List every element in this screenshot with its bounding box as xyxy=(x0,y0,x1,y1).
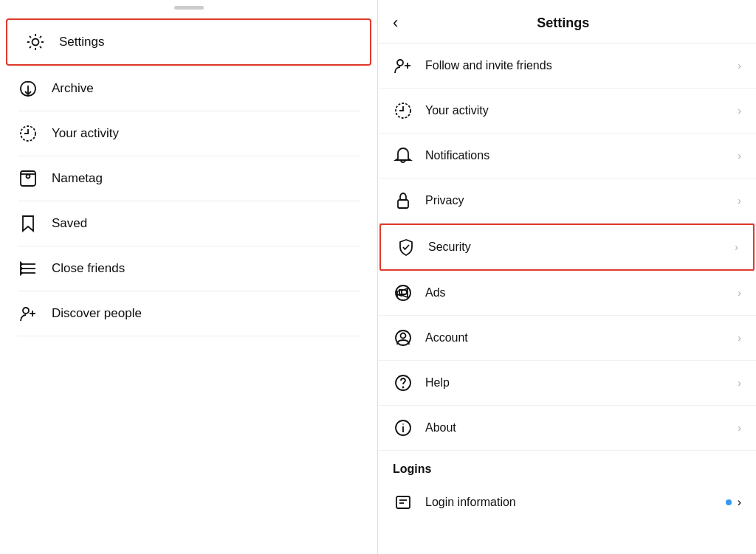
sidebar-item-discover-people-label: Discover people xyxy=(52,306,142,321)
right-item-about[interactable]: About › xyxy=(378,406,756,451)
login-info-icon xyxy=(393,492,413,513)
notifications-icon xyxy=(393,145,413,166)
right-header: ‹ Settings xyxy=(378,0,756,44)
right-item-your-activity-label: Your activity xyxy=(425,104,732,117)
chevron-icon: › xyxy=(738,287,741,299)
blue-dot-indicator xyxy=(726,499,732,505)
chevron-icon: › xyxy=(738,377,741,389)
right-item-your-activity[interactable]: Your activity › xyxy=(378,89,756,134)
security-icon xyxy=(396,237,416,257)
divider xyxy=(18,336,360,336)
sidebar-item-settings-label: Settings xyxy=(59,35,104,49)
sidebar-item-settings[interactable]: Settings xyxy=(6,18,371,66)
right-item-help-label: Help xyxy=(425,376,732,389)
right-item-ads[interactable]: Ads › xyxy=(378,271,756,316)
ads-icon xyxy=(393,283,413,303)
about-icon xyxy=(393,418,413,438)
follow-invite-icon xyxy=(393,55,413,76)
settings-icon xyxy=(25,32,46,52)
chevron-icon: › xyxy=(738,422,741,434)
svg-rect-29 xyxy=(396,496,410,508)
activity-icon xyxy=(18,123,38,144)
sidebar-item-discover-people[interactable]: Discover people xyxy=(0,291,377,336)
logins-section-header: Logins xyxy=(378,451,756,482)
right-panel-title: Settings xyxy=(407,15,741,31)
right-item-account-label: Account xyxy=(425,331,732,344)
sidebar-item-archive-label: Archive xyxy=(52,81,94,96)
chevron-icon: › xyxy=(735,241,738,253)
svg-point-3 xyxy=(27,175,30,179)
sidebar-item-close-friends[interactable]: Close friends xyxy=(0,246,377,291)
discover-people-icon xyxy=(18,303,38,324)
chevron-icon: › xyxy=(738,332,741,344)
right-item-follow-invite[interactable]: Follow and invite friends › xyxy=(378,44,756,89)
chevron-icon: › xyxy=(738,195,741,207)
back-button[interactable]: ‹ xyxy=(393,13,398,32)
right-item-login-info-label: Login information xyxy=(425,496,726,509)
archive-icon xyxy=(18,78,38,99)
chevron-icon: › xyxy=(738,150,741,162)
right-item-privacy-label: Privacy xyxy=(425,194,732,207)
chevron-icon: › xyxy=(738,496,741,509)
right-item-login-info[interactable]: Login information › xyxy=(378,482,756,523)
right-item-notifications[interactable]: Notifications › xyxy=(378,134,756,179)
privacy-icon xyxy=(393,190,413,211)
svg-point-19 xyxy=(396,285,410,300)
help-icon xyxy=(393,373,413,393)
svg-marker-9 xyxy=(21,267,22,270)
svg-point-23 xyxy=(401,333,406,339)
sidebar-item-saved-label: Saved xyxy=(52,216,87,231)
svg-rect-18 xyxy=(398,200,408,208)
activity-icon-right xyxy=(393,100,413,121)
svg-point-25 xyxy=(403,387,404,388)
right-panel: ‹ Settings Follow and invite friends › Y… xyxy=(378,0,756,554)
chevron-icon: › xyxy=(738,60,741,72)
sidebar-item-your-activity[interactable]: Your activity xyxy=(0,111,377,156)
svg-marker-8 xyxy=(21,263,22,266)
account-icon xyxy=(393,328,413,348)
sidebar-item-saved[interactable]: Saved xyxy=(0,201,377,246)
svg-marker-10 xyxy=(21,271,22,274)
svg-point-28 xyxy=(402,423,404,425)
right-item-about-label: About xyxy=(425,421,732,434)
right-item-security[interactable]: Security › xyxy=(379,224,755,271)
right-item-ads-label: Ads xyxy=(425,286,732,299)
right-item-privacy[interactable]: Privacy › xyxy=(378,179,756,224)
right-item-follow-invite-label: Follow and invite friends xyxy=(425,59,732,72)
sidebar-item-nametag-label: Nametag xyxy=(52,171,103,186)
sidebar-item-close-friends-label: Close friends xyxy=(52,261,125,276)
left-panel: Settings Archive Your activity Nametag xyxy=(0,0,378,554)
sidebar-item-your-activity-label: Your activity xyxy=(52,126,119,141)
sidebar-item-nametag[interactable]: Nametag xyxy=(0,156,377,201)
right-item-help[interactable]: Help › xyxy=(378,361,756,406)
right-item-security-label: Security xyxy=(428,240,729,254)
drag-handle xyxy=(174,6,204,10)
right-item-account[interactable]: Account › xyxy=(378,316,756,361)
svg-point-14 xyxy=(397,60,403,66)
right-item-notifications-label: Notifications xyxy=(425,149,732,162)
svg-point-0 xyxy=(32,39,39,46)
close-friends-icon xyxy=(18,258,38,279)
chevron-icon: › xyxy=(738,105,741,117)
saved-icon xyxy=(18,213,38,234)
nametag-icon xyxy=(18,168,38,189)
sidebar-item-archive[interactable]: Archive xyxy=(0,66,377,111)
svg-point-11 xyxy=(23,308,29,314)
